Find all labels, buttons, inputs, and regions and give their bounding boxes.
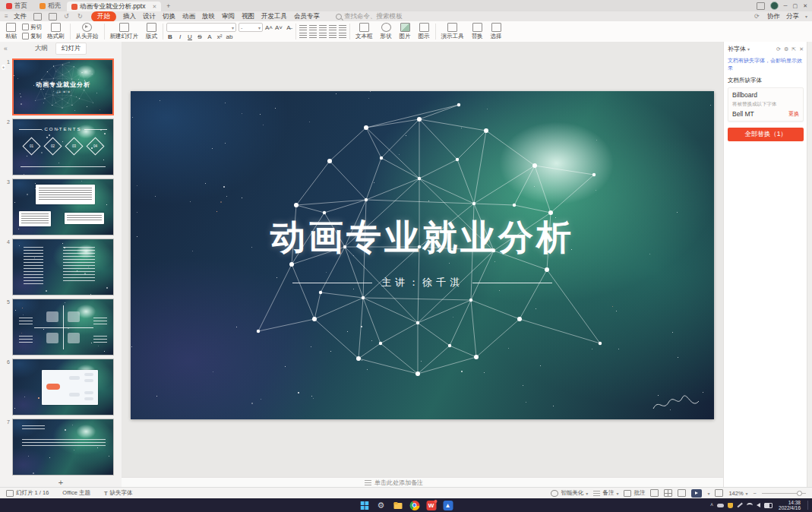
tab-animation[interactable]: 动画 [182,12,195,21]
slide-sorter-view-button[interactable] [664,489,672,497]
normal-view-button[interactable] [650,489,659,497]
tab-home[interactable]: 首页 [0,0,33,11]
tab-slideshow[interactable]: 放映 [202,12,215,21]
diagram-button[interactable]: 图示 [416,23,432,40]
decrease-font-icon[interactable]: A˅ [275,24,283,31]
slide-thumb-3[interactable]: 3 [2,179,117,235]
collaborate-button[interactable]: 协作 [767,12,780,21]
avatar[interactable] [770,2,779,10]
play-slideshow-button[interactable] [691,489,702,498]
tab-member[interactable]: 会员专享 [294,12,320,21]
show-desktop-button[interactable] [807,501,810,510]
maximize-button[interactable]: ▢ [793,3,798,9]
tab-insert[interactable]: 插入 [123,12,136,21]
justify-icon[interactable] [329,33,336,39]
bullets-icon[interactable] [299,25,307,31]
copy-button[interactable]: 复制 [22,33,42,40]
clear-format-icon[interactable]: A̶ [285,24,292,31]
battery-icon[interactable] [764,503,773,508]
align-right-icon[interactable] [319,33,327,39]
chevron-down-icon[interactable]: ▾ [707,491,709,496]
hidden-icons-chevron[interactable]: ˄ [710,502,713,508]
clock[interactable]: 14:38 2022/4/16 [779,500,801,511]
notes-toggle[interactable]: 备注▾ [593,489,618,497]
tab-view[interactable]: 视图 [242,12,254,21]
chevron-down-icon[interactable]: ▾ [747,46,750,52]
picture-button[interactable]: 图片 [397,23,413,40]
shape-button[interactable]: 形状 [378,23,394,40]
layout-switch-icon[interactable] [757,2,765,10]
comments-toggle[interactable]: 批注 [624,489,645,497]
replace-all-button[interactable]: 全部替换（1） [728,128,804,141]
indent-decrease-icon[interactable] [319,25,327,31]
network-icon[interactable] [747,503,753,508]
slide-title[interactable]: 动画专业就业分析 [131,214,714,261]
new-slide-button[interactable]: 新建幻灯片 [108,23,141,40]
file-explorer-icon[interactable] [393,501,403,510]
theme-indicator[interactable]: Office 主题 [62,489,90,497]
tab-design[interactable]: 设计 [143,12,156,21]
layout-button[interactable]: 版式 [144,23,160,40]
tab-transition[interactable]: 切换 [163,12,175,21]
align-left-icon[interactable] [299,33,307,39]
paste-button[interactable]: 粘贴 [3,23,19,40]
settings-icon[interactable]: ⚙ [376,501,386,510]
chrome-icon[interactable] [409,501,419,510]
pen-tray-icon[interactable] [738,503,743,507]
notes-bar[interactable]: 单击此处添加备注 [122,477,723,487]
zoom-out-button[interactable]: − [754,490,757,497]
refresh-icon[interactable]: ⟳ [776,46,781,52]
volume-icon[interactable] [757,503,760,507]
share-button[interactable]: 分享 [786,12,799,21]
zoom-slider[interactable] [762,493,806,494]
gear-icon[interactable]: ⚙ [784,46,788,52]
redo-icon[interactable]: ↻ [77,14,84,20]
tab-document[interactable]: 动画专业就业分析.pptx ✕ [67,2,161,11]
chevron-down-icon[interactable]: ▾ [805,14,807,19]
font-name-select[interactable]: ▾ [166,23,236,32]
tab-review[interactable]: 审阅 [222,12,235,21]
slide-thumb-4[interactable]: 4 [2,239,117,296]
minimize-button[interactable]: ─ [784,3,788,8]
close-button[interactable]: ✕ [803,3,807,9]
zoom-slider-knob[interactable] [797,491,802,496]
tab-docer[interactable]: 稻壳 [33,0,67,11]
zoom-level[interactable]: 142%▾ [728,490,747,497]
sync-icon[interactable]: ⟳ [754,14,761,20]
columns-icon[interactable] [339,33,346,39]
fit-to-window-icon[interactable] [715,489,723,497]
right-scroll-strip[interactable] [807,42,812,487]
start-button[interactable] [359,501,369,510]
underline-button[interactable]: U [186,33,194,40]
tab-devtools[interactable]: 开发工具 [261,12,287,21]
file-menu[interactable]: ≡ 文件 [5,12,27,21]
present-tools-button[interactable]: 演示工具 [439,23,466,40]
missing-font-help-link[interactable]: 文档有缺失字体，会影响显示效果 [724,55,807,74]
print-icon[interactable] [49,13,57,21]
reading-view-button[interactable] [678,489,686,497]
format-painter-button[interactable]: 格式刷 [45,23,67,40]
slide-1-canvas[interactable]: 动画专业就业分析 主讲：徐千淇 [131,91,714,419]
italic-button[interactable]: I [176,33,184,40]
add-slide-button[interactable]: + [0,477,122,487]
tab-close-icon[interactable]: ✕ [152,4,156,10]
bold-button[interactable]: B [166,33,174,40]
wps-taskbar-icon[interactable]: W [426,501,436,510]
save-icon[interactable] [33,13,42,21]
strikethrough-button[interactable]: S [196,33,204,40]
collapse-panel-icon[interactable]: « [4,45,8,52]
textbox-button[interactable]: 文本框 [353,23,375,40]
close-panel-icon[interactable]: ✕ [799,46,804,52]
tab-outline[interactable]: 大纲 [35,44,48,53]
align-center-icon[interactable] [309,33,317,39]
line-spacing-icon[interactable] [339,25,346,31]
slide-thumb-6[interactable]: 6 [2,359,117,416]
slide-thumb-1[interactable]: 1 ✦ 动画专业就业分析 主讲：徐千淇 [2,58,117,115]
play-from-start-button[interactable]: 从头开始 [74,23,101,40]
missing-font-indicator[interactable]: T 缺失字体 [104,489,133,497]
numbering-icon[interactable] [309,25,317,31]
new-tab-button[interactable]: + [161,0,175,11]
slide-thumb-2[interactable]: 2 CONTENTS 01 02 03 04 [2,119,117,175]
cloud-tray-icon[interactable] [717,504,724,507]
increase-font-icon[interactable]: A˄ [265,24,273,31]
